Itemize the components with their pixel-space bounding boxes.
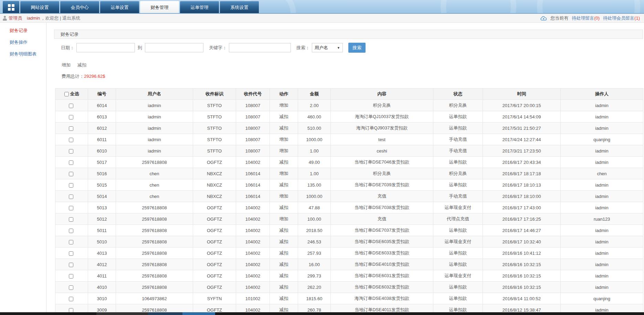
- cell: iadmin: [116, 111, 193, 123]
- tab-财务管理[interactable]: 财务管理: [140, 1, 179, 14]
- tab-系统设置[interactable]: 系统设置: [220, 1, 259, 14]
- cell: 增加: [270, 168, 298, 179]
- row-checkbox[interactable]: [69, 285, 73, 290]
- cell: 当地订单DSE7038发货扣款: [331, 202, 433, 213]
- row-select-cell: [55, 293, 88, 304]
- search-type-select[interactable]: 用户名 ▼: [312, 43, 343, 52]
- sidebar-item-财务操作[interactable]: 财务操作: [0, 36, 46, 48]
- date-from-input[interactable]: [76, 43, 135, 52]
- cell: 5017: [88, 157, 116, 168]
- cell: 运单现金支付: [433, 202, 483, 213]
- user-role: 管理员: [9, 15, 22, 21]
- cell: OGFTZ: [193, 157, 236, 168]
- cell: 5014: [88, 191, 116, 202]
- cell: iadmin: [561, 111, 643, 123]
- cell: 减扣: [270, 270, 298, 282]
- select-all-checkbox[interactable]: [64, 92, 69, 96]
- sidebar-item-财务记录[interactable]: 财务记录: [0, 25, 46, 36]
- cell: iadmin: [561, 179, 643, 191]
- cell: 106014: [236, 179, 270, 191]
- pending-messages-link[interactable]: 待处理留言(0): [572, 15, 600, 21]
- row-select-cell: [55, 168, 88, 179]
- row-checkbox[interactable]: [69, 297, 73, 301]
- logout-link[interactable]: 退出系统: [62, 15, 80, 21]
- tab-运单设置[interactable]: 运单设置: [100, 1, 139, 14]
- cell: 减扣: [270, 282, 298, 293]
- cell: 运单扣款: [433, 123, 483, 134]
- cell: chen: [116, 179, 193, 191]
- cell: iadmin: [561, 270, 643, 282]
- grid-icon: [8, 4, 14, 11]
- row-checkbox[interactable]: [69, 240, 73, 244]
- row-checkbox[interactable]: [69, 104, 73, 108]
- column-header-收件代号: 收件代号: [236, 88, 270, 100]
- row-checkbox[interactable]: [69, 274, 73, 279]
- cell: 2017/5/31 21:50:27: [483, 123, 561, 134]
- row-checkbox[interactable]: [69, 160, 73, 165]
- cell: 4012: [88, 259, 116, 270]
- cell: 增加: [270, 145, 298, 157]
- row-checkbox[interactable]: [69, 251, 73, 256]
- cell: 5013: [88, 202, 116, 213]
- pending-member-messages-link[interactable]: 待处理会员留言(1): [603, 15, 640, 21]
- nav-tabs: 网站设置会员中心运单设置财务管理运单管理系统设置: [20, 1, 259, 14]
- cell: 海淘订单QJ10037发货扣款: [331, 111, 433, 123]
- search-type-label: 搜索：: [296, 45, 310, 51]
- sidebar-item-财务明细图表[interactable]: 财务明细图表: [0, 48, 46, 60]
- row-checkbox[interactable]: [69, 263, 73, 267]
- row-checkbox[interactable]: [69, 217, 73, 222]
- cell: 2597618808: [116, 236, 193, 248]
- row-checkbox[interactable]: [69, 183, 73, 188]
- cell: 2597618808: [116, 157, 193, 168]
- cell: 101002: [236, 293, 270, 304]
- cell: 6012: [88, 123, 116, 134]
- cell: 2597618808: [116, 270, 193, 282]
- sidebar-menu: 财务记录财务操作财务明细图表: [0, 25, 46, 60]
- row-checkbox[interactable]: [69, 172, 73, 176]
- cell: 6010: [88, 145, 116, 157]
- date-label: 日期：: [61, 45, 74, 51]
- cell: 2016/8/16 10:32:15: [483, 270, 561, 282]
- row-checkbox[interactable]: [69, 195, 73, 199]
- cell: 2597618808: [116, 248, 193, 259]
- cell: 4011: [88, 270, 116, 282]
- row-checkbox[interactable]: [69, 115, 73, 119]
- cell: chen: [561, 168, 643, 179]
- cell: 104002: [236, 236, 270, 248]
- row-select-cell: [55, 123, 88, 134]
- cell: iadmin: [561, 236, 643, 248]
- cell: 1.00: [298, 145, 331, 157]
- row-checkbox[interactable]: [69, 206, 73, 210]
- cell: 2017/6/14 14:54:09: [483, 111, 561, 123]
- row-checkbox[interactable]: [69, 229, 73, 233]
- table-row: 50112597618808OGFTZ104002减扣2018.50当地订单DS…: [55, 225, 643, 236]
- date-to-input[interactable]: [145, 43, 203, 52]
- row-checkbox[interactable]: [69, 149, 73, 154]
- tab-网站设置[interactable]: 网站设置: [20, 1, 59, 14]
- tab-会员中心[interactable]: 会员中心: [60, 1, 99, 14]
- row-select-cell: [55, 134, 88, 145]
- total-summary: 费用总计：29296.62$: [62, 73, 644, 80]
- cell: 5015: [88, 179, 116, 191]
- grid-menu-button[interactable]: [3, 1, 19, 14]
- row-checkbox[interactable]: [69, 308, 73, 313]
- row-select-cell: [55, 191, 88, 202]
- cell: 6013: [88, 111, 116, 123]
- cell: 积分兑换: [433, 168, 483, 179]
- row-checkbox[interactable]: [69, 126, 73, 131]
- cell: iadmin: [561, 157, 643, 168]
- notice-prefix: 您当前有: [550, 15, 568, 21]
- search-button[interactable]: 搜索: [348, 43, 366, 53]
- add-link[interactable]: 增加: [62, 62, 71, 68]
- deduct-link[interactable]: 减扣: [77, 62, 86, 68]
- cell: iadmin: [116, 123, 193, 134]
- table-row: 50122597618808OGFTZ104002增加100.00充值代理点充值…: [55, 213, 643, 225]
- keyword-input[interactable]: [229, 43, 291, 52]
- cell: 2016/8/17 17:16:25: [483, 213, 561, 225]
- row-checkbox[interactable]: [69, 138, 73, 142]
- cell: 当地订单DSE6032发货扣款: [331, 282, 433, 293]
- column-header-内容: 内容: [331, 88, 433, 100]
- column-header-用户名: 用户名: [116, 88, 193, 100]
- tab-运单管理[interactable]: 运单管理: [180, 1, 219, 14]
- cell: 代理点充值: [433, 213, 483, 225]
